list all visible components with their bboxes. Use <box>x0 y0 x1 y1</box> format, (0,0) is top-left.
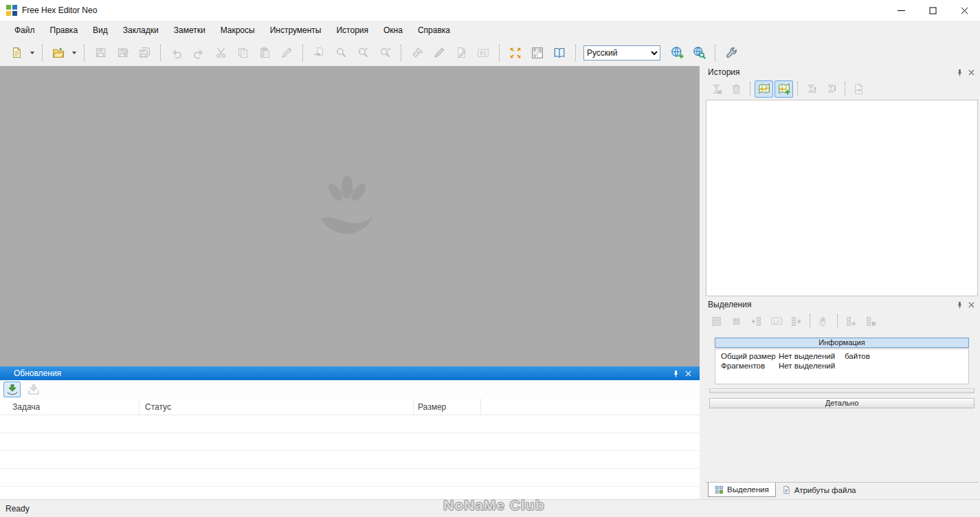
svg-text:1.F: 1.F <box>773 319 780 324</box>
settings-button[interactable] <box>720 43 742 63</box>
selection-range-button[interactable]: 1.F <box>767 313 786 330</box>
selection-next-button[interactable] <box>787 313 805 330</box>
web-update-button[interactable] <box>666 43 688 63</box>
fqv-grid-icon: FQV <box>531 47 544 59</box>
download-check-icon <box>6 384 19 396</box>
info-splitter[interactable] <box>709 388 975 393</box>
app-logo-icon <box>6 5 17 16</box>
history-load-button[interactable] <box>822 80 840 98</box>
history-export-button[interactable] <box>849 80 868 98</box>
save-button[interactable] <box>89 43 111 63</box>
new-file-dropdown[interactable] <box>27 43 37 63</box>
check-updates-button[interactable] <box>3 382 21 397</box>
main-toolbar: 01 FQV Русский <box>0 39 980 66</box>
compare-files-button[interactable] <box>548 43 570 63</box>
edit-pencil-button[interactable] <box>276 43 298 63</box>
selection-add-button[interactable] <box>842 313 860 330</box>
tab-file-attributes[interactable]: Атрибуты файла <box>776 483 862 497</box>
updates-close-button[interactable] <box>682 368 694 379</box>
undo-button[interactable] <box>166 43 188 63</box>
open-file-button[interactable] <box>47 43 69 63</box>
selection-grab-button[interactable] <box>814 313 833 330</box>
menu-help[interactable]: Справка <box>410 21 458 39</box>
pattern-arrows-button[interactable] <box>504 43 526 63</box>
fill-button[interactable] <box>428 43 450 63</box>
history-save-button[interactable] <box>802 80 821 98</box>
copy-button[interactable] <box>232 43 254 63</box>
maximize-icon <box>929 7 937 14</box>
close-icon <box>968 302 975 308</box>
open-file-dropdown[interactable] <box>69 43 79 63</box>
updates-title-bar: Обновления <box>0 366 700 380</box>
menu-edit[interactable]: Правка <box>43 21 86 39</box>
paste-button[interactable] <box>254 43 276 63</box>
save-all-icon <box>139 47 151 58</box>
column-status[interactable]: Статус <box>140 399 414 415</box>
download-updates-button[interactable] <box>25 382 42 397</box>
history-content-area[interactable] <box>706 100 978 296</box>
find-next-button[interactable] <box>352 43 374 63</box>
menu-tools[interactable]: Инструменты <box>263 21 329 39</box>
toolbar-separator <box>302 45 303 61</box>
toolbar-separator <box>401 45 401 61</box>
maximize-button[interactable] <box>917 0 948 21</box>
selections-close-button[interactable] <box>966 300 977 310</box>
selection-blocks-button[interactable] <box>707 313 726 330</box>
find-button[interactable] <box>330 43 352 63</box>
updates-toolbar <box>0 380 700 399</box>
open-folder-icon <box>52 47 65 59</box>
new-file-button[interactable] <box>5 43 27 63</box>
redo-button[interactable] <box>188 43 210 63</box>
edit-document-button[interactable] <box>450 43 472 63</box>
document-pencil-icon <box>456 47 467 58</box>
close-button[interactable] <box>948 0 980 21</box>
binary-view-button[interactable]: 01 <box>472 43 494 63</box>
menu-file[interactable]: Файл <box>7 21 43 39</box>
save-all-button[interactable] <box>133 43 155 63</box>
history-panel-header: История <box>704 66 980 78</box>
toolbar-separator <box>575 45 576 61</box>
history-show-map-button[interactable] <box>755 80 773 98</box>
language-select[interactable]: Русский <box>583 45 660 60</box>
menu-history[interactable]: История <box>328 21 376 39</box>
table-row <box>0 415 700 433</box>
selections-toolbar: 1.F <box>704 311 980 331</box>
column-empty <box>481 399 700 415</box>
history-close-button[interactable] <box>966 67 977 78</box>
toolbar-separator <box>845 82 845 96</box>
column-size[interactable]: Размер <box>414 399 481 415</box>
find-previous-button[interactable] <box>374 43 396 63</box>
history-clear-button[interactable] <box>707 80 726 98</box>
column-task[interactable]: Задача <box>0 399 140 415</box>
history-pin-button[interactable] <box>954 67 966 78</box>
updates-panel-title: Обновления <box>14 368 61 378</box>
new-file-icon <box>11 47 23 58</box>
history-show-branches-button[interactable] <box>775 80 793 98</box>
search-previous-icon <box>379 47 391 58</box>
binary-01-icon: 01 <box>477 47 489 59</box>
hand-icon <box>818 316 829 327</box>
menu-notes[interactable]: Заметки <box>166 21 213 39</box>
save-as-button[interactable] <box>111 43 133 63</box>
cut-button[interactable] <box>210 43 232 63</box>
minimize-button[interactable] <box>885 0 917 21</box>
selections-pin-button[interactable] <box>954 300 966 310</box>
menu-view[interactable]: Вид <box>85 21 115 39</box>
grid-arrow-right-icon <box>790 316 802 327</box>
tab-selections[interactable]: Выделения <box>708 483 776 497</box>
goto-offset-button[interactable] <box>308 43 330 63</box>
selection-small-blocks-button[interactable] <box>727 313 746 330</box>
menu-bookmarks[interactable]: Закладки <box>115 21 166 39</box>
details-section-header[interactable]: Детально <box>709 398 975 408</box>
updates-pin-button[interactable] <box>669 368 682 379</box>
menu-windows[interactable]: Окна <box>376 21 410 39</box>
encoding-table-button[interactable]: FQV <box>526 43 548 63</box>
web-find-button[interactable] <box>688 43 710 63</box>
menu-macros[interactable]: Макросы <box>213 21 263 39</box>
history-delete-button[interactable] <box>727 80 746 98</box>
pin-icon <box>956 69 964 76</box>
selection-previous-button[interactable] <box>747 313 766 330</box>
replace-button[interactable] <box>406 43 428 63</box>
selection-remove-button[interactable] <box>862 313 880 330</box>
info-section-header[interactable]: Информация <box>715 338 969 348</box>
